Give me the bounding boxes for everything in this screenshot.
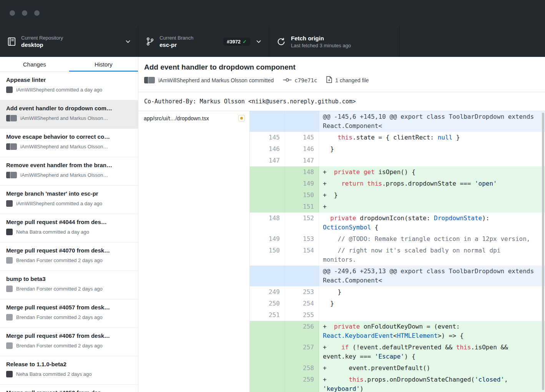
avatar-group	[6, 86, 13, 93]
commit-list-item[interactable]: Remove event handler from the bran…iAmWi…	[0, 157, 138, 186]
git-branch-icon	[146, 37, 154, 46]
avatar	[6, 86, 13, 93]
diff-line-content: @@ -249,6 +253,13 @@ export class Toolba…	[319, 266, 545, 286]
history-sidebar: Changes History Appease linteriAmWillShe…	[0, 57, 138, 392]
avatar	[6, 229, 13, 235]
new-line-number: 147	[285, 155, 319, 166]
avatar-group	[144, 77, 155, 83]
diff-line-content	[319, 155, 545, 166]
commit-list-item[interactable]: Add event handler to dropdown com…iAmWil…	[0, 100, 138, 129]
old-line-number: 148	[250, 213, 285, 233]
titlebar	[0, 0, 545, 26]
commit-meta-text: Brendan Forster committed 2 days ago	[16, 286, 103, 292]
changed-files-count: 1 changed file	[335, 77, 369, 83]
file-list-item[interactable]: app/src/ui/t…/dropdown.tsx	[138, 111, 249, 125]
pr-status-check-icon: ✓	[243, 39, 247, 45]
commit-meta-row: Brendan Forster committed 2 days ago	[6, 342, 132, 349]
commit-meta-row: iAmWillShepherd and Markus Olsson…	[6, 143, 132, 150]
commit-list-item[interactable]: Appease linteriAmWillShepherd committed …	[0, 72, 138, 100]
avatar	[6, 371, 13, 377]
branch-switcher-button[interactable]: Current Branch esc-pr #3972 ✓	[138, 26, 269, 57]
sidebar-tabs: Changes History	[0, 57, 138, 72]
chevron-down-icon	[126, 40, 130, 43]
traffic-light-zoom-button[interactable]	[34, 10, 40, 16]
diff-line-content: }	[319, 143, 545, 155]
new-line-number: 255	[285, 309, 319, 321]
new-line-number: 146	[285, 143, 319, 155]
old-line-number: 250	[250, 298, 285, 309]
commit-meta-text: iAmWillShepherd committed a day ago	[16, 87, 102, 93]
diff-line-content: + private get isOpen() {	[319, 166, 545, 178]
new-line-number	[285, 266, 319, 286]
diff-line-content: private dropdownIcon(state: DropdownStat…	[319, 213, 545, 233]
commit-list-item[interactable]: Merge pull request #4067 from desk…Brend…	[0, 328, 138, 356]
old-line-number: 251	[250, 309, 285, 321]
github-desktop-window: Current Repository desktop Current Branc…	[0, 0, 545, 392]
tab-history[interactable]: History	[69, 57, 138, 71]
file-diff-icon	[326, 76, 332, 84]
commit-title: Move escape behavior to correct co…	[6, 133, 132, 141]
avatar-group	[6, 342, 13, 349]
diff-row-add: 149+ return this.props.dropdownState ===…	[250, 178, 545, 189]
commit-list-item[interactable]: Merge pull request #4070 from desk…Brend…	[0, 243, 138, 271]
file-list: app/src/ui/t…/dropdown.tsx	[138, 111, 250, 392]
commit-title: bump to beta3	[6, 275, 132, 283]
commit-meta-text: iAmWillShepherd and Markus Olsson…	[20, 115, 108, 121]
diff-row-add: 258+ event.preventDefault()	[250, 362, 545, 374]
diff-row-ctx: 145145 this.state = { clientRect: null }	[250, 132, 545, 143]
commit-list[interactable]: Appease linteriAmWillShepherd committed …	[0, 72, 138, 392]
page-title: Add event handler to dropdown component	[144, 63, 539, 72]
old-line-number	[250, 362, 285, 374]
fetch-origin-button[interactable]: Fetch origin Last fetched 3 minutes ago	[269, 26, 400, 57]
traffic-light-minimize-button[interactable]	[22, 10, 27, 16]
old-line-number: 145	[250, 132, 285, 143]
old-line-number	[250, 266, 285, 286]
traffic-light-close-button[interactable]	[10, 10, 15, 16]
old-line-number	[250, 342, 285, 362]
toolbar: Current Repository desktop Current Branc…	[0, 26, 545, 57]
commit-meta-row: Neha Batra committed a day ago	[6, 229, 132, 235]
branch-name: esc-pr	[160, 41, 193, 49]
commit-meta-row: Brendan Forster committed 2 days ago	[6, 314, 132, 321]
scrollbar-thumb[interactable]	[542, 113, 544, 390]
sync-icon	[277, 37, 286, 46]
commit-meta-row: iAmWillShepherd and Markus Olsson…	[6, 115, 132, 121]
avatar-group	[6, 229, 13, 235]
commit-message-coauthor-line: Co-Authored-By: Markus Olsson <niik@user…	[138, 92, 545, 111]
avatar-group	[6, 371, 13, 377]
old-line-number	[250, 321, 285, 342]
commit-list-item[interactable]: Merge pull request #4057 from desk…Brend…	[0, 299, 138, 328]
avatar-group	[6, 172, 17, 178]
commit-byline: iAmWillShepherd and Markus Olsson commit…	[144, 76, 539, 84]
commit-hash: c79e71c	[294, 77, 317, 83]
diff-view[interactable]: @@ -145,6 +145,10 @@ export class Toolba…	[250, 111, 545, 392]
avatar-group	[6, 286, 13, 292]
repo-icon	[8, 37, 16, 46]
avatar-group	[6, 115, 17, 121]
diff-row-add: 256+ private onFoldoutKeyDown = (event: …	[250, 321, 545, 342]
diff-row-hunk: @@ -145,6 +145,10 @@ export class Toolba…	[250, 111, 545, 132]
commit-list-item[interactable]: bump to beta3Brendan Forster committed 2…	[0, 271, 138, 299]
diff-line-content: + if (!event.defaultPrevented && this.is…	[319, 342, 545, 362]
new-line-number: 154	[285, 245, 319, 266]
avatar-group	[6, 314, 13, 321]
commit-list-item[interactable]: Merge branch 'master' into esc-priAmWill…	[0, 186, 138, 214]
tab-changes[interactable]: Changes	[0, 57, 69, 71]
old-line-number: 150	[250, 245, 285, 266]
commit-list-item[interactable]: Release to 1.1.0-beta2Neha Batra committ…	[0, 356, 138, 385]
diff-row-ctx: 149153 // @TODO: Remake triangle octicon…	[250, 233, 545, 245]
commit-list-item[interactable]: Merge pull request #4044 from des…Neha B…	[0, 214, 138, 243]
repository-switcher-button[interactable]: Current Repository desktop	[0, 26, 138, 57]
diff-row-add: 259+ this.props.onDropdownStateChanged('…	[250, 374, 545, 392]
commit-list-item[interactable]: Move escape behavior to correct co…iAmWi…	[0, 129, 138, 157]
commit-title: Appease linter	[6, 76, 132, 84]
commit-list-item[interactable]: Merge pull request #4050 from des…Brenda…	[0, 385, 138, 392]
diff-row-ctx: 249253 }	[250, 286, 545, 298]
new-line-number: 253	[285, 286, 319, 298]
new-line-number: 256	[285, 321, 319, 342]
commit-meta-text: Brendan Forster committed 2 days ago	[16, 314, 103, 320]
commit-meta-text: Brendan Forster committed 2 days ago	[16, 257, 103, 263]
diff-line-content: // right now it's scaled badly on normal…	[319, 245, 545, 266]
commit-meta-text: iAmWillShepherd committed a day ago	[16, 201, 102, 206]
commit-detail-pane: Add event handler to dropdown component …	[138, 57, 545, 392]
